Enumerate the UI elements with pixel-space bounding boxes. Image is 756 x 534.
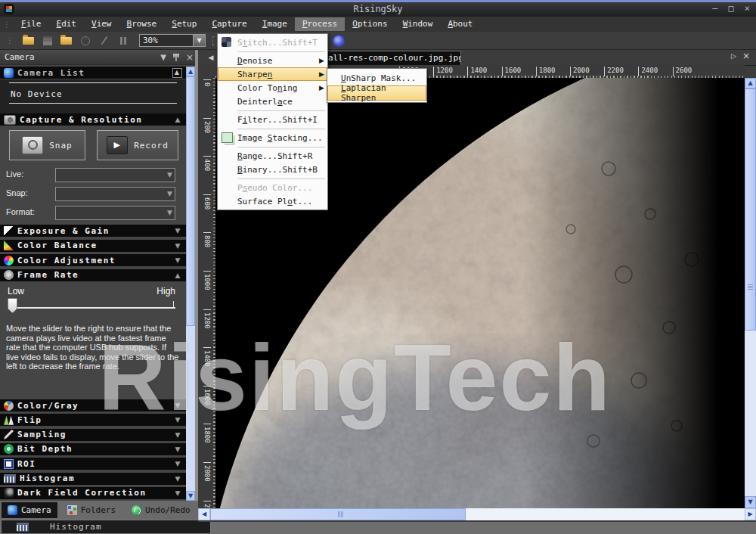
section-exposure-gain[interactable]: Exposure & Gain▼: [0, 225, 186, 237]
menu-edit[interactable]: Edit: [49, 17, 85, 31]
menu-window[interactable]: Window: [395, 17, 441, 31]
chevron-down-icon[interactable]: ▼: [175, 431, 181, 439]
chevron-up-icon[interactable]: ▲: [175, 272, 181, 279]
panel-close-button[interactable]: ×: [186, 50, 194, 65]
section-label: Bit Depth: [17, 444, 73, 454]
menu-item-stitch[interactable]: Stitch...Shift+T: [218, 36, 327, 49]
tab-scroll-right-icon[interactable]: ▷: [731, 52, 736, 60]
menu-item-label: Range...: [237, 151, 277, 161]
chevron-down-icon[interactable]: ▼: [175, 227, 181, 234]
histogram-panel-header[interactable]: Histogram: [1, 520, 211, 534]
menu-item-pseudo-color[interactable]: Pseudo Color...: [218, 181, 327, 194]
live-select[interactable]: ▼: [55, 168, 175, 182]
tab-close-icon[interactable]: ×: [742, 51, 750, 61]
section-sampling[interactable]: Sampling▼: [0, 429, 186, 441]
chevron-down-icon[interactable]: ▼: [175, 460, 181, 467]
section-bit-depth[interactable]: Bit Depth▼: [0, 443, 186, 455]
scroll-up-icon[interactable]: ▲: [186, 67, 195, 76]
format-select[interactable]: ▼: [55, 206, 175, 220]
scroll-down-icon[interactable]: ▼: [745, 496, 756, 508]
zoom-value[interactable]: 30%: [139, 34, 194, 47]
section-color-balance[interactable]: Color Balance▼: [0, 240, 186, 252]
menu-item-sharpen[interactable]: Sharpen▶: [218, 67, 327, 81]
field-row-format: Format:▼: [0, 206, 186, 220]
menu-options[interactable]: Options: [345, 17, 395, 31]
chevron-down-icon[interactable]: ▼: [175, 446, 181, 453]
section-roi[interactable]: ROI▼: [0, 458, 186, 470]
menu-item-shortcut: Shift+R: [277, 151, 317, 161]
menu-item-filter[interactable]: Filter...Shift+I: [218, 113, 327, 126]
pause-button: [116, 34, 130, 48]
chevron-down-icon[interactable]: ▼: [167, 190, 172, 197]
chevron-down-icon[interactable]: ▼: [175, 475, 181, 483]
close-button[interactable]: ×: [745, 3, 750, 14]
image-tab[interactable]: all-res-comp-colour.jpg.jpg: [324, 51, 461, 65]
chevron-down-icon[interactable]: ▼: [175, 489, 181, 497]
section-histogram[interactable]: Histogram▼: [0, 473, 186, 485]
section-dark-field-correction[interactable]: Dark Field Correction▼: [0, 487, 186, 499]
frame-rate-slider-thumb[interactable]: [8, 298, 17, 313]
menu-item-binary[interactable]: Binary...Shift+B: [218, 163, 327, 176]
chevron-down-icon[interactable]: ▼: [167, 171, 172, 179]
scroll-right-icon[interactable]: ▶: [745, 508, 756, 520]
expand-box-icon[interactable]: ▲: [172, 68, 182, 78]
menu-item-color-toning[interactable]: Color Toning▶: [218, 81, 327, 95]
minimize-button[interactable]: –: [712, 3, 717, 14]
open-folder-button[interactable]: [59, 34, 73, 48]
submenu-item-laplacian-sharpen[interactable]: Laplacian Sharpen: [327, 85, 426, 101]
folder-open-icon: [60, 37, 72, 45]
section-capture-resolution[interactable]: Capture & Resolution ▲: [0, 113, 186, 126]
pin-icon[interactable]: [173, 54, 179, 61]
frame-rate-slider-track[interactable]: [11, 307, 175, 309]
menu-item-deinterlace[interactable]: Deinterlace: [218, 95, 327, 108]
zoom-combo[interactable]: 30% ▼: [139, 34, 206, 47]
pen-icon: [101, 36, 107, 45]
open-file-button[interactable]: [21, 34, 36, 48]
maximize-button[interactable]: □: [729, 3, 734, 14]
horizontal-scrollbar[interactable]: ◀: [198, 508, 745, 520]
menu-view[interactable]: View: [84, 17, 119, 31]
record-button[interactable]: ▶ Record: [97, 130, 178, 160]
chevron-down-icon[interactable]: ▼: [175, 242, 181, 250]
h-ruler-label: 1800: [536, 67, 556, 76]
scroll-left-icon[interactable]: ◀: [198, 508, 210, 520]
section-color-adjustment[interactable]: Color Adjustment▼: [0, 254, 186, 266]
vertical-scrollbar-thumb[interactable]: [745, 88, 756, 331]
tab-scroll-left-icon[interactable]: ◀: [206, 52, 216, 63]
menu-file[interactable]: File: [14, 17, 49, 31]
chevron-down-icon[interactable]: ▼: [175, 402, 181, 409]
dock-tab-folders[interactable]: Folders: [61, 502, 122, 518]
snap-button[interactable]: Snap: [9, 130, 85, 160]
scroll-down-icon[interactable]: ▼: [186, 491, 195, 501]
dock-tab-camera[interactable]: Camera: [2, 502, 57, 518]
horizontal-scrollbar-thumb[interactable]: [210, 508, 466, 520]
zoom-dropdown-button[interactable]: ▼: [194, 34, 206, 47]
menu-image[interactable]: Image: [255, 17, 295, 31]
camera-list-body: No Device: [0, 79, 186, 113]
chevron-down-icon[interactable]: ▼: [175, 416, 181, 424]
menu-about[interactable]: About: [440, 17, 480, 31]
menu-item-range[interactable]: Range...Shift+R: [218, 149, 327, 163]
section-flip[interactable]: Flip▼: [0, 414, 186, 426]
menu-capture[interactable]: Capture: [204, 17, 254, 31]
menu-setup[interactable]: Setup: [164, 17, 204, 31]
panel-scrollbar[interactable]: ▲ ▼: [186, 67, 195, 501]
snap-select[interactable]: ▼: [55, 187, 175, 201]
section-frame-rate[interactable]: Frame Rate▲: [0, 269, 186, 281]
menu-process[interactable]: Process: [295, 17, 345, 31]
menu-item-surface-plot[interactable]: Surface Plot...: [218, 194, 327, 208]
menu-browse[interactable]: Browse: [119, 17, 165, 31]
vertical-scrollbar[interactable]: ▲ ▼: [745, 78, 756, 508]
chevron-down-icon[interactable]: ▼: [175, 256, 181, 264]
menu-item-image-stacking[interactable]: Image Stacking...: [218, 131, 327, 144]
settings-button[interactable]: [331, 34, 345, 48]
h-ruler-label: 1400: [467, 67, 487, 76]
section-camera-list[interactable]: Camera List ▲: [0, 67, 186, 79]
section-color-gray[interactable]: Color/Gray▼: [0, 399, 186, 411]
panel-scrollbar-thumb[interactable]: [186, 76, 195, 326]
menu-item-denoise[interactable]: Denoise▶: [218, 54, 327, 67]
dock-tab-undo-redo[interactable]: Undo/Redo: [125, 502, 197, 518]
scroll-up-icon[interactable]: ▲: [745, 78, 756, 88]
chevron-down-icon[interactable]: ▼: [167, 209, 172, 216]
panel-menu-button[interactable]: ▼: [160, 50, 166, 65]
